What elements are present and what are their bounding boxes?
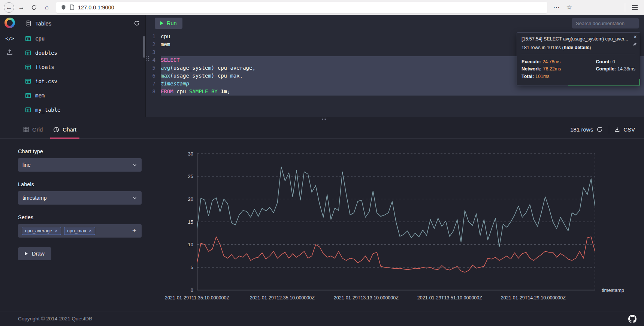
chart-type-label: Chart type [18,148,165,154]
query-notification-popup: [15:57:54] SELECT avg(usage_system) cpu_… [517,32,640,85]
tab-grid-label: Grid [32,126,43,133]
table-row-floats[interactable]: floats [19,60,145,74]
copyright-text: Copyright © 2014-2021 QuestDB [18,316,92,322]
chip-remove-icon[interactable]: × [55,228,57,233]
tables-title: Tables [35,20,51,27]
notification-summary: 181 rows in 101ms (hide details) [521,45,635,50]
refresh-tables-icon[interactable] [134,20,140,26]
tab-grid[interactable]: Grid [18,121,48,138]
refresh-results-button[interactable] [593,123,606,136]
questdb-logo[interactable] [4,18,15,28]
rows-summary: 181 rows in 101ms [521,45,561,50]
bookmark-button[interactable]: ☆ [563,2,575,13]
reload-button[interactable] [28,2,40,13]
editor-toolbar: Run [146,15,644,31]
draw-label: Draw [32,251,45,257]
y-tick-label: 0 [191,287,193,293]
notification-stats: Execute:24.78msNetwork:76.22msTotal:101m… [521,54,635,81]
table-row-mem[interactable]: mem [19,88,145,103]
labels-select[interactable]: timestamp [18,191,142,205]
pin-icon[interactable] [632,42,637,47]
sql-editor-nav-icon[interactable]: </> [5,36,14,41]
paren-close: ) [589,45,591,50]
code-line-8[interactable]: 8FROM cpu SAMPLE BY 1m; [146,88,644,96]
forward-icon: → [18,4,25,11]
url-text: 127.0.0.1:9000 [78,4,114,10]
footer: Copyright © 2014-2021 QuestDB [0,311,644,326]
chart-type-select[interactable]: line [18,158,142,172]
csv-download-button[interactable]: CSV [612,126,637,133]
x-tick-label: 2021-01-29T13:13:10.000000Z [334,295,399,301]
table-row-my_table[interactable]: my_table [19,103,145,117]
stat-total: Total:101ms [521,73,561,80]
notification-query: [15:57:54] SELECT avg(usage_system) cpu_… [521,36,635,42]
forward-button[interactable]: → [16,2,27,13]
series-select[interactable]: cpu_average×cpu_max× + [18,224,142,238]
run-label: Run [167,20,177,26]
table-icon [25,78,31,84]
chart-svg: 0510152025302021-01-29T11:35:10.000000Z2… [165,139,644,311]
table-icon [25,36,31,42]
chart-type-value: line [22,162,31,168]
stat-compile: Compile:14.38ms [596,66,635,72]
line-number: 8 [146,88,161,96]
table-icon [25,50,31,56]
line-number: 1 [146,33,161,40]
labels-label: Labels [18,181,165,187]
pie-chart-icon [53,127,59,133]
y-tick-label: 30 [188,151,193,157]
labels-value: timestamp [22,195,47,201]
run-button[interactable]: Run [155,18,182,29]
series-line-cpu_max [197,167,595,247]
overflow-menu-button[interactable]: ⋯ [551,2,562,13]
line-number: 3 [146,48,161,56]
table-name: floats [35,64,54,70]
close-icon[interactable]: × [634,34,637,40]
import-upload-icon[interactable] [6,49,13,55]
home-button[interactable]: ⌂ [41,2,52,13]
grid-icon [23,127,29,132]
tab-chart[interactable]: Chart [48,121,82,138]
tables-header: Tables [19,15,145,31]
database-icon [25,20,31,27]
stat-count: Count:0 [596,59,635,65]
page-icon [70,4,75,10]
series-chip-cpu_average[interactable]: cpu_average× [22,227,61,235]
editor-resize-handle[interactable] [146,56,149,61]
x-tick-label: 2021-01-29T12:35:10.000000Z [250,295,315,301]
table-row-doubles[interactable]: doubles [19,46,145,60]
menu-button[interactable] [629,2,640,13]
hide-details-link[interactable]: hide details [564,45,590,50]
github-icon[interactable] [628,315,637,323]
back-button[interactable]: ← [4,2,14,13]
table-icon [25,93,31,99]
notification-time: [15:57:54] [521,36,542,42]
add-series-button[interactable]: + [131,227,138,235]
series-chips: cpu_average×cpu_max× [22,227,95,235]
line-number: 7 [146,80,161,88]
series-chip-cpu_max[interactable]: cpu_max× [64,227,95,235]
run-play-icon [160,21,163,25]
chevron-down-icon [132,196,137,200]
results-resize-handle[interactable] [322,118,327,121]
table-row-cpu[interactable]: cpu [19,31,145,46]
chip-remove-icon[interactable]: × [89,228,91,233]
home-icon: ⌂ [45,4,49,11]
stat-network: Network:76.22ms [521,66,561,72]
y-tick-label: 20 [188,196,193,202]
tables-panel: Tables cpudoublesfloatsiot.csvmemmy_tabl… [19,15,145,117]
table-name: iot.csv [35,78,57,84]
draw-button[interactable]: Draw [18,247,51,260]
table-row-iot.csv[interactable]: iot.csv [19,74,145,88]
line-number: 6 [146,72,161,80]
y-tick-label: 25 [188,173,193,179]
line-number: 5 [146,64,161,72]
chip-label: cpu_average [25,228,52,233]
reload-icon [31,4,37,10]
x-tick-label: 2021-01-29T14:29:10.000000Z [501,295,566,301]
tables-scrollbar[interactable] [143,36,145,58]
csv-label: CSV [623,126,635,133]
address-bar[interactable]: 127.0.0.1:9000 [56,2,547,13]
search-documentation-input[interactable] [572,18,639,28]
overflow-icon: ⋯ [553,3,560,11]
